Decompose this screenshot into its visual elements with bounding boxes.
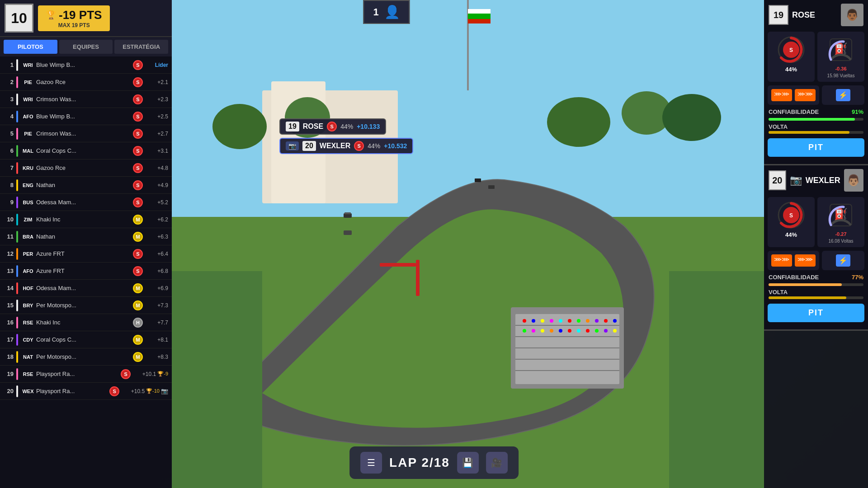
car19-confiabilidade-row: CONFIABILIDADE 91% (764, 107, 868, 117)
pos-num: 3 (4, 96, 14, 103)
svg-point-38 (586, 329, 590, 333)
driver-row[interactable]: 12 PER Azure FRT S +6.4 (0, 245, 172, 263)
driver-name: Blue Wimp B... (36, 61, 133, 68)
driver-row[interactable]: 16 RSE Khaki Inc H +7.7 (0, 314, 172, 331)
driver-row[interactable]: 20 WEX Playsport Ra... S +10.5 🏆-10📷 (0, 383, 172, 400)
score-area: 10 🏆 -19 PTS MAX 19 PTS (0, 0, 172, 37)
color-bar (16, 111, 18, 122)
car20-lightning-btn[interactable]: ⚡ (836, 254, 850, 267)
color-bar (16, 231, 18, 243)
car20-pct: 44% (368, 142, 380, 150)
car19-tire-gauge: S 44% (768, 32, 815, 82)
color-bar (16, 300, 18, 311)
car20-gauges: S 44% ⛽ -0.27 16.08 Voltas (764, 195, 868, 249)
gap-value: +4.8 (146, 165, 168, 171)
svg-point-3 (212, 104, 267, 149)
car19-conf-bar (764, 117, 868, 122)
country-code: BRA (20, 234, 36, 239)
camera-button[interactable]: 🎥 (486, 452, 508, 474)
pts-main: 🏆 -19 PTS (46, 8, 102, 22)
driver-row[interactable]: 5 PIE Crimson Was... S +2.7 (0, 125, 172, 142)
driver-row[interactable]: 7 KRU Gazoo Rce S +4.8 (0, 160, 172, 177)
gap-value: +8.1 (146, 337, 168, 343)
pos-num: 18 (4, 353, 14, 360)
car19-pit-button[interactable]: PIT (768, 138, 864, 157)
driver-row[interactable]: 13 AFO Azure FRT S +6.8 (0, 263, 172, 280)
driver-row[interactable]: 9 BUS Odessa Mam... S +5.2 (0, 194, 172, 211)
tire-indicator: S (133, 266, 143, 276)
car20-header: 20 📷 WEXLER 👨🏽 (764, 165, 868, 195)
car19-person-icon: 👨🏾 (845, 9, 859, 21)
driver-row[interactable]: 15 BRY Per Motorspo... M +7.3 (0, 297, 172, 314)
driver-row[interactable]: 10 ZIM Khaki Inc M +6.2 (0, 211, 172, 228)
color-bar (16, 128, 18, 140)
car19-speed-btn2[interactable]: ⋙⋙ (795, 89, 816, 101)
country-code: CDY (20, 337, 36, 343)
car20-name: WEXLER (320, 142, 350, 150)
save-button[interactable]: 💾 (457, 452, 479, 474)
driver-row[interactable]: 14 HOF Odessa Mam... M +6.9 (0, 280, 172, 297)
color-bar (16, 248, 18, 260)
gap-value: +6.8 (146, 268, 168, 274)
pts-small: 🏆-10 (146, 388, 160, 394)
car20-num: 20 (302, 141, 316, 151)
driver-row[interactable]: 3 WRI Crimson Was... S +2.3 (0, 91, 172, 108)
car19-speed-btn[interactable]: ⋙⋙ (771, 89, 792, 101)
svg-point-39 (595, 329, 599, 333)
svg-point-36 (568, 329, 571, 333)
driver-row[interactable]: 4 AFO Blue Wimp B... S +2.5 (0, 108, 172, 125)
car20-gap: +10.532 (384, 142, 407, 150)
driver-row[interactable]: 11 BRA Nathan M +6.3 (0, 228, 172, 245)
svg-rect-46 (488, 185, 495, 189)
pos-num: 8 (4, 182, 14, 188)
svg-point-40 (604, 329, 608, 333)
car19-card: 19 ROSE 👨🏾 S 44% (764, 0, 868, 165)
tire-indicator: M (133, 283, 143, 293)
country-code: BUS (20, 200, 36, 205)
driver-row[interactable]: 19 RSE Playsport Ra... S +10.1 🏆-9 (0, 366, 172, 383)
lap-counter: LAP 2/18 (389, 455, 450, 470)
driver-row[interactable]: 1 WRI Blue Wimp B... S Líder (0, 56, 172, 74)
country-code: BRY (20, 303, 36, 308)
country-code: RSE (20, 320, 36, 325)
country-code: ENG (20, 183, 36, 188)
svg-point-34 (550, 329, 553, 333)
gap-value: +10.5 (122, 388, 145, 394)
svg-rect-45 (475, 178, 481, 182)
tire-indicator: H (133, 318, 143, 328)
car19-volta-label: VOLTA (769, 123, 863, 130)
gap-value: +4.9 (146, 182, 168, 188)
driver-row[interactable]: 2 PIE Gazoo Rce S +2.1 (0, 74, 172, 91)
driver-row[interactable]: 17 CDY Coral Cops C... M +8.1 (0, 331, 172, 348)
gap-value: +7.7 (146, 319, 168, 326)
car20-pit-button[interactable]: PIT (768, 304, 864, 322)
svg-point-22 (541, 319, 544, 323)
car20-speed-btn[interactable]: ⋙⋙ (771, 254, 792, 267)
svg-rect-12 (416, 260, 420, 296)
tire-indicator: S (133, 146, 143, 156)
car20-volta-label: VOLTA (769, 289, 863, 296)
gap-value: +5.2 (146, 199, 168, 206)
gap-value: +6.3 (146, 234, 168, 240)
driver-row[interactable]: 18 NAT Per Motorspo... M +8.3 (0, 348, 172, 366)
driver-name: Gazoo Rce (36, 79, 133, 85)
car20-speed-btn2[interactable]: ⋙⋙ (795, 254, 816, 267)
pts-badge: 🏆 -19 PTS MAX 19 PTS (38, 5, 110, 31)
driver-row[interactable]: 8 ENG Nathan S +4.9 (0, 177, 172, 194)
tab-equipes[interactable]: EQUIPES (59, 40, 113, 54)
car19-conf-label: CONFIABILIDADE (769, 108, 819, 115)
tab-pilotos[interactable]: PILOTOS (4, 40, 57, 54)
tire-indicator: S (109, 386, 119, 396)
gap-value: +6.9 (146, 285, 168, 291)
tire-indicator: S (133, 77, 143, 87)
menu-button[interactable]: ☰ (360, 452, 382, 474)
driver-name: Odessa Mam... (36, 199, 133, 206)
svg-point-31 (523, 329, 526, 333)
driver-name: Playsport Ra... (36, 388, 109, 394)
car20-confiabilidade-row: CONFIABILIDADE 77% (764, 272, 868, 282)
driver-row[interactable]: 6 MAL Coral Cops C... S +3.1 (0, 142, 172, 160)
pts-sub: MAX 19 PTS (58, 22, 90, 28)
car19-lightning-btn[interactable]: ⚡ (836, 89, 850, 101)
tab-estrategia[interactable]: ESTRATÉGIA (114, 40, 168, 54)
svg-point-41 (613, 329, 617, 333)
